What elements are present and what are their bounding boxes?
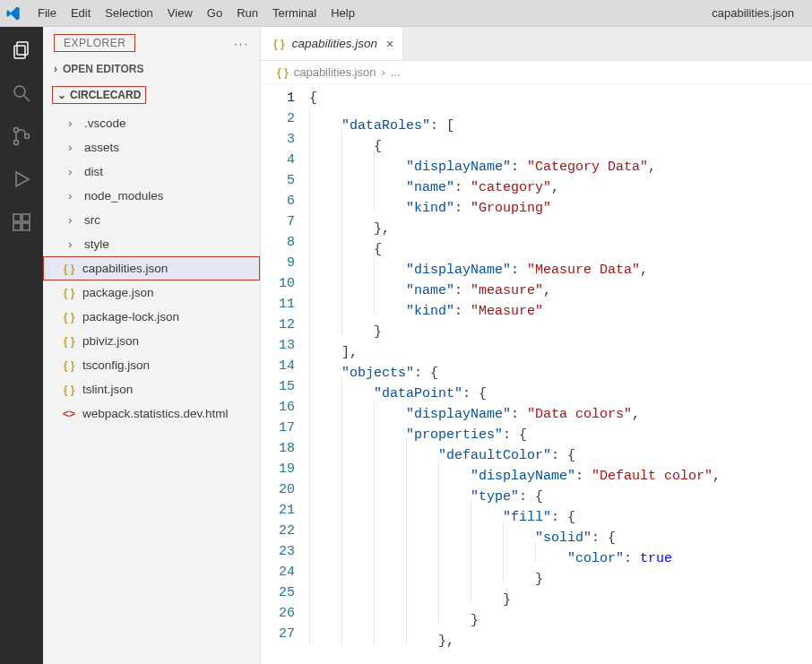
code-line[interactable]: "defaultColor": {	[309, 438, 721, 459]
code-line[interactable]: "kind": "Measure"	[309, 294, 721, 315]
tree-item-capabilities-json[interactable]: { }capabilities.json	[43, 256, 260, 280]
code-line[interactable]: "objects": {	[309, 356, 721, 376]
editor-body[interactable]: 1234567891011121314151617181920212223242…	[261, 84, 812, 664]
tree-label: capabilities.json	[82, 262, 168, 275]
json-icon: { }	[61, 384, 77, 396]
code-line[interactable]: "kind": "Grouping"	[309, 191, 721, 211]
line-number: 23	[279, 541, 295, 562]
line-number: 1	[279, 88, 295, 108]
code-line[interactable]: "name": "measure",	[309, 273, 721, 294]
code-line[interactable]: "dataPoint": {	[309, 376, 721, 397]
code-line[interactable]: {	[309, 88, 721, 108]
svg-rect-9	[22, 223, 30, 230]
svg-rect-10	[22, 214, 30, 221]
menu-edit[interactable]: Edit	[64, 6, 98, 20]
code-line[interactable]: }	[309, 603, 721, 624]
code-area[interactable]: {"dataRoles": [{"displayName": "Category…	[309, 84, 721, 664]
code-line[interactable]: "name": "category",	[309, 170, 721, 191]
code-line[interactable]: "displayName": "Category Data",	[309, 150, 721, 170]
code-line[interactable]: },	[309, 624, 721, 644]
menu-run[interactable]: Run	[229, 6, 265, 20]
tree-label: package.json	[82, 286, 154, 299]
tree-item-pbiviz-json[interactable]: { }pbiviz.json	[43, 329, 260, 353]
code-line[interactable]: "color": true	[309, 541, 721, 562]
tree-label: src	[84, 213, 100, 227]
tree-label: tslint.json	[82, 383, 133, 396]
tree-label: tsconfig.json	[82, 358, 150, 372]
breadcrumb[interactable]: { } capabilities.json › ...	[261, 61, 812, 84]
line-number: 2	[279, 108, 295, 129]
tab-capabilities-json[interactable]: { } capabilities.json ×	[261, 27, 403, 60]
code-line[interactable]: }	[309, 582, 721, 603]
explorer-sidebar: EXPLORER ··· › OPEN EDITORS ⌄ CIRCLECARD…	[43, 27, 261, 664]
code-line[interactable]: ],	[309, 335, 721, 356]
chevron-right-icon: ›	[68, 213, 79, 227]
line-number: 3	[279, 129, 295, 150]
line-number: 16	[279, 397, 295, 418]
svg-point-4	[14, 128, 19, 133]
extensions-icon[interactable]	[11, 211, 32, 233]
chevron-right-icon: ›	[68, 189, 79, 203]
tree-item-dist[interactable]: ›dist	[43, 160, 260, 184]
tree-item-style[interactable]: ›style	[43, 232, 260, 256]
code-line[interactable]: {	[309, 129, 721, 150]
explorer-icon[interactable]	[11, 39, 32, 61]
code-line[interactable]: }	[309, 562, 721, 582]
code-line[interactable]: "displayName": "Measure Data",	[309, 253, 721, 273]
tree-item-package-json[interactable]: { }package.json	[43, 280, 260, 305]
svg-point-2	[14, 86, 25, 97]
tree-item-src[interactable]: ›src	[43, 208, 260, 232]
tab-close-icon[interactable]: ×	[386, 37, 393, 51]
tree-item-assets[interactable]: ›assets	[43, 135, 260, 160]
line-number: 11	[279, 294, 295, 315]
tree-label: dist	[84, 165, 103, 178]
tree-item-node_modules[interactable]: ›node_modules	[43, 184, 260, 208]
run-debug-icon[interactable]	[11, 168, 32, 190]
menu-terminal[interactable]: Terminal	[265, 6, 324, 20]
chevron-right-icon: ›	[54, 63, 57, 75]
chevron-right-icon: ›	[68, 141, 79, 154]
code-line[interactable]: "properties": {	[309, 418, 721, 438]
search-icon[interactable]	[11, 82, 32, 104]
chevron-down-icon: ⌄	[57, 89, 66, 101]
explorer-more-icon[interactable]: ···	[234, 37, 249, 50]
line-number: 5	[279, 170, 295, 191]
menu-help[interactable]: Help	[324, 6, 362, 20]
code-line[interactable]: }	[309, 315, 721, 335]
code-line[interactable]: },	[309, 211, 721, 232]
folder-header[interactable]: ⌄ CIRCLECARD	[43, 81, 260, 109]
chevron-right-icon: ›	[68, 165, 79, 178]
window-title: capabilities.json	[712, 6, 812, 20]
file-tree: ›.vscode›assets›dist›node_modules›src›st…	[43, 109, 260, 426]
line-number: 12	[279, 315, 295, 335]
code-line[interactable]: "dataRoles": [	[309, 108, 721, 129]
menu-view[interactable]: View	[160, 6, 200, 20]
source-control-icon[interactable]	[11, 125, 32, 147]
menu-selection[interactable]: Selection	[98, 6, 160, 20]
code-line[interactable]: "displayName": "Default color",	[309, 459, 721, 479]
code-line[interactable]: "fill": {	[309, 500, 721, 521]
line-number: 13	[279, 335, 295, 356]
tree-item-webpack-statistics-dev-html[interactable]: <>webpack.statistics.dev.html	[43, 401, 260, 426]
tree-item-tsconfig-json[interactable]: { }tsconfig.json	[43, 353, 260, 377]
tree-item--vscode[interactable]: ›.vscode	[43, 111, 260, 135]
code-line[interactable]: "solid": {	[309, 521, 721, 541]
code-line[interactable]: "displayName": "Data colors",	[309, 397, 721, 418]
line-number: 26	[279, 603, 295, 624]
menu-file[interactable]: File	[30, 6, 64, 20]
line-number: 21	[279, 500, 295, 521]
tree-item-package-lock-json[interactable]: { }package-lock.json	[43, 305, 260, 329]
svg-rect-1	[14, 46, 25, 58]
tree-label: style	[84, 237, 109, 251]
code-line[interactable]: "type": {	[309, 479, 721, 500]
tree-item-tslint-json[interactable]: { }tslint.json	[43, 377, 260, 401]
line-number: 14	[279, 356, 295, 376]
code-line[interactable]: {	[309, 232, 721, 253]
tree-label: pbiviz.json	[82, 334, 139, 348]
line-number: 22	[279, 521, 295, 541]
menu-go[interactable]: Go	[200, 6, 229, 20]
activity-bar	[0, 27, 43, 664]
tab-bar: { } capabilities.json ×	[261, 27, 812, 61]
folder-name: CIRCLECARD	[70, 89, 141, 101]
open-editors-section[interactable]: › OPEN EDITORS	[43, 57, 260, 81]
